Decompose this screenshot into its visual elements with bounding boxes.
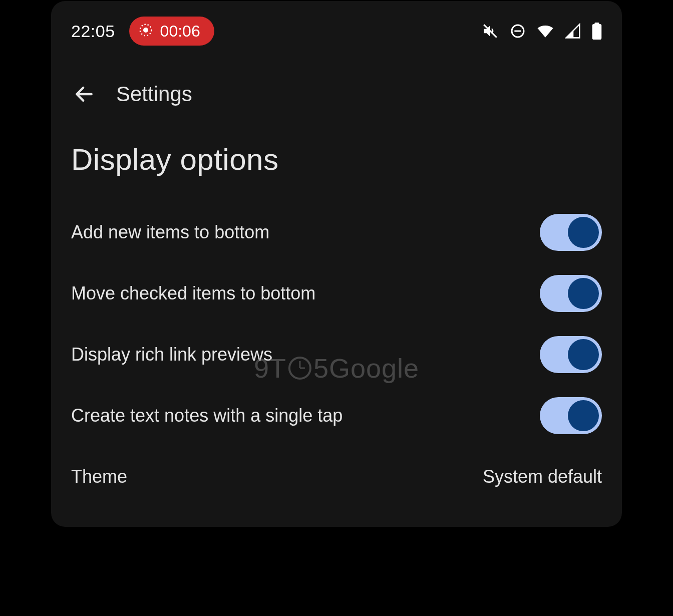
- theme-value: System default: [483, 466, 602, 487]
- mute-icon: [482, 23, 499, 40]
- status-right: [482, 23, 602, 40]
- setting-single-tap[interactable]: Create text notes with a single tap: [71, 385, 602, 446]
- back-button[interactable]: [71, 81, 97, 107]
- device-frame: 22:05 00:06: [51, 1, 622, 527]
- wifi-icon: [537, 23, 554, 40]
- cellular-signal-icon: [565, 23, 581, 39]
- setting-add-new-items[interactable]: Add new items to bottom: [71, 202, 602, 263]
- content: Display options Add new items to bottom …: [51, 112, 622, 507]
- setting-theme[interactable]: Theme System default: [71, 446, 602, 507]
- setting-label: Move checked items to bottom: [71, 283, 315, 304]
- record-icon: [138, 23, 153, 40]
- setting-label: Theme: [71, 466, 127, 487]
- app-bar: Settings: [51, 61, 622, 112]
- screen-recording-pill[interactable]: 00:06: [129, 17, 214, 46]
- svg-rect-5: [592, 24, 602, 40]
- page-title: Settings: [116, 82, 192, 106]
- toggle-rich-link[interactable]: [540, 336, 602, 373]
- setting-label: Add new items to bottom: [71, 222, 269, 243]
- do-not-disturb-icon: [510, 23, 526, 39]
- section-header: Display options: [71, 142, 602, 177]
- setting-label: Create text notes with a single tap: [71, 405, 343, 426]
- toggle-move-checked[interactable]: [540, 275, 602, 312]
- toggle-add-new-items[interactable]: [540, 214, 602, 251]
- arrow-back-icon: [73, 83, 95, 105]
- toggle-single-tap[interactable]: [540, 397, 602, 434]
- svg-rect-6: [594, 23, 599, 25]
- setting-rich-link[interactable]: Display rich link previews: [71, 324, 602, 385]
- status-bar: 22:05 00:06: [51, 1, 622, 61]
- status-left: 22:05 00:06: [71, 17, 214, 46]
- svg-point-1: [143, 28, 148, 33]
- setting-label: Display rich link previews: [71, 344, 272, 365]
- status-clock: 22:05: [71, 22, 115, 41]
- recording-duration: 00:06: [160, 22, 200, 41]
- setting-move-checked[interactable]: Move checked items to bottom: [71, 263, 602, 324]
- battery-icon: [592, 23, 602, 40]
